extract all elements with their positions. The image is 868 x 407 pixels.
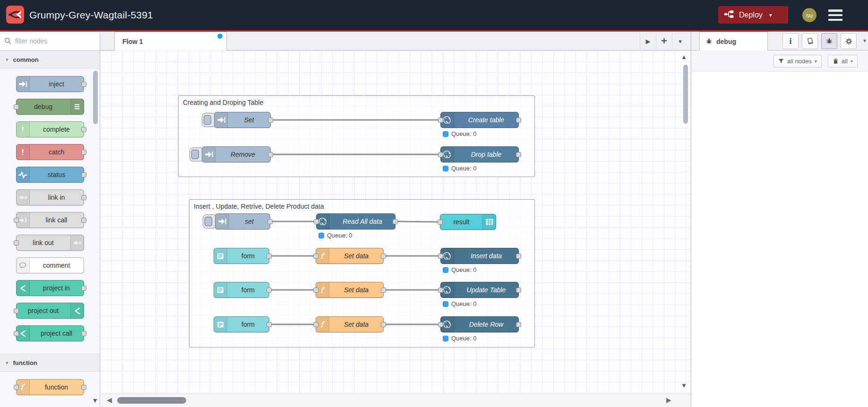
input-port[interactable] xyxy=(313,254,318,259)
palette-category-function[interactable]: ▾function xyxy=(0,354,100,372)
canvas-scroll-right-icon[interactable]: ▶ xyxy=(666,396,671,404)
output-port[interactable] xyxy=(393,219,398,224)
flow-node-pg-delete[interactable]: Delete Row xyxy=(440,316,519,332)
filter-nodes-input[interactable] xyxy=(15,37,86,45)
palette-search[interactable] xyxy=(0,32,100,51)
flow-node-form3[interactable]: form xyxy=(214,316,269,332)
palette-node-debug[interactable]: debug xyxy=(16,99,84,115)
flow-node-form1[interactable]: form xyxy=(214,248,269,264)
flow-node-tbl-result[interactable]: result xyxy=(440,214,496,230)
output-port[interactable] xyxy=(267,219,273,224)
output-port[interactable] xyxy=(268,152,273,157)
wire-pg-read-to-tbl-result[interactable] xyxy=(398,221,438,222)
debug-messages-panel[interactable] xyxy=(691,72,868,407)
palette-node-status[interactable]: status xyxy=(16,167,84,183)
output-port[interactable] xyxy=(81,385,86,390)
output-port[interactable] xyxy=(81,331,86,336)
input-port[interactable] xyxy=(14,104,19,110)
config-nodes-tab-button[interactable] xyxy=(841,33,857,49)
inject-button-inner[interactable] xyxy=(205,217,212,226)
debug-tab-button[interactable] xyxy=(821,33,837,49)
help-tab-button[interactable] xyxy=(802,33,818,49)
output-port[interactable] xyxy=(266,288,272,293)
output-port[interactable] xyxy=(266,254,272,259)
canvas-vscrollbar-thumb[interactable] xyxy=(683,65,688,124)
canvas-scroll-up-icon[interactable]: ▲ xyxy=(681,53,687,60)
input-port[interactable] xyxy=(14,240,19,246)
inject-button-inner[interactable] xyxy=(204,115,211,125)
add-flow-button[interactable]: + xyxy=(656,32,672,51)
flow-node-form2[interactable]: form xyxy=(214,282,269,298)
input-port[interactable] xyxy=(438,254,443,259)
canvas-scroll-down-icon[interactable]: ▼ xyxy=(681,382,687,389)
output-port[interactable] xyxy=(81,172,86,178)
input-port[interactable] xyxy=(14,218,19,223)
palette-scroll-down-icon[interactable]: ▼ xyxy=(92,397,98,404)
canvas-scroll-left-icon[interactable]: ◀ xyxy=(107,396,112,404)
palette-node-project-out[interactable]: project out xyxy=(16,303,84,319)
inject-button-inner[interactable] xyxy=(191,150,199,159)
output-port[interactable] xyxy=(516,118,521,123)
output-port[interactable] xyxy=(516,288,521,293)
flow-canvas[interactable]: ▲ ▼ ◀ ▶ Creating and Droping TableInsert… xyxy=(100,51,691,407)
input-port[interactable] xyxy=(438,220,443,225)
input-port[interactable] xyxy=(314,219,319,224)
flow-node-i-remove[interactable]: Remove xyxy=(202,146,271,162)
deploy-button[interactable]: Deploy ▾ xyxy=(718,6,788,24)
flow-node-fn2[interactable]: fSet data xyxy=(316,282,384,298)
flow-node-fn3[interactable]: fSet data xyxy=(316,316,384,332)
input-port[interactable] xyxy=(14,385,19,390)
input-port[interactable] xyxy=(438,118,443,123)
output-port[interactable] xyxy=(81,286,86,291)
debug-clear-button[interactable]: all ▾ xyxy=(828,55,858,68)
palette-node-project-call[interactable]: project call xyxy=(16,325,84,341)
output-port[interactable] xyxy=(381,322,386,327)
palette-node-function[interactable]: ffunction xyxy=(16,379,84,395)
tab-debug[interactable]: debug xyxy=(699,32,768,51)
input-port[interactable] xyxy=(313,288,318,293)
input-port[interactable] xyxy=(14,331,19,336)
output-port[interactable] xyxy=(266,322,272,327)
deploy-chevron-icon[interactable]: ▾ xyxy=(769,12,772,18)
palette-node-link-in[interactable]: link in xyxy=(16,189,84,205)
flow-node-i-set[interactable]: Set xyxy=(214,112,271,128)
output-port[interactable] xyxy=(81,218,86,223)
input-port[interactable] xyxy=(14,308,19,314)
output-port[interactable] xyxy=(516,254,521,259)
flow-node-fn1[interactable]: fSet data xyxy=(316,248,384,264)
input-port[interactable] xyxy=(438,322,443,327)
output-port[interactable] xyxy=(81,150,86,155)
palette-node-catch[interactable]: catch xyxy=(16,144,84,160)
palette-node-comment[interactable]: comment xyxy=(16,257,84,273)
flow-list-button[interactable]: ▾ xyxy=(672,32,688,51)
output-port[interactable] xyxy=(81,82,86,87)
info-tab-button[interactable]: i xyxy=(782,33,799,49)
flow-node-pg-insert[interactable]: Insert data xyxy=(440,248,519,264)
tab-flow-1[interactable]: Flow 1 xyxy=(114,32,227,51)
flow-node-pg-update[interactable]: Update Table xyxy=(440,282,519,298)
palette-scrollbar-thumb[interactable] xyxy=(93,71,98,124)
output-port[interactable] xyxy=(81,127,86,132)
input-port[interactable] xyxy=(438,152,443,157)
output-port[interactable] xyxy=(381,288,386,293)
palette-node-inject[interactable]: inject xyxy=(16,76,84,92)
user-avatar[interactable]: su xyxy=(802,8,816,22)
palette-node-link-call[interactable]: link call xyxy=(16,212,84,228)
output-port[interactable] xyxy=(81,195,86,200)
output-port[interactable] xyxy=(516,322,521,327)
debug-filter-button[interactable]: all nodes ▾ xyxy=(773,55,822,68)
flow-node-i-set2[interactable]: set xyxy=(215,213,270,229)
canvas-hscrollbar-thumb[interactable] xyxy=(117,397,186,404)
palette-node-project-in[interactable]: project in xyxy=(16,280,84,296)
input-port[interactable] xyxy=(313,322,318,327)
palette-node-link-out[interactable]: link out xyxy=(16,235,84,251)
next-tab-button[interactable]: ▶ xyxy=(640,32,656,51)
flow-node-pg-read[interactable]: Read All data xyxy=(316,213,395,229)
main-menu-icon[interactable] xyxy=(828,9,842,21)
palette-category-common[interactable]: ▾common xyxy=(0,51,100,68)
input-port[interactable] xyxy=(438,288,443,293)
flow-node-pg-drop[interactable]: Drop table xyxy=(440,146,519,162)
palette-node-complete[interactable]: complete xyxy=(16,121,84,137)
output-port[interactable] xyxy=(516,152,521,157)
output-port[interactable] xyxy=(268,118,273,123)
